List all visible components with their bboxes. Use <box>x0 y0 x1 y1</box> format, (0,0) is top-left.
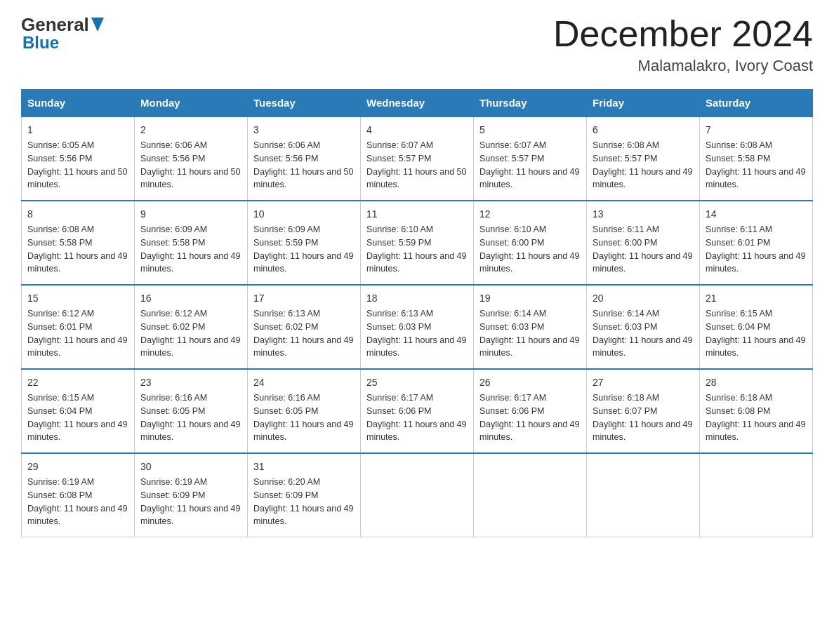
sunrise-text: Sunrise: 6:13 AM <box>253 309 320 318</box>
sunset-text: Sunset: 6:09 PM <box>253 490 318 500</box>
day-number: 2 <box>140 123 241 137</box>
sunset-text: Sunset: 5:56 PM <box>140 154 205 163</box>
calendar-day-cell: 4 Sunrise: 6:07 AM Sunset: 5:57 PM Dayli… <box>361 116 474 201</box>
daylight-text: Daylight: 11 hours and 49 minutes. <box>593 335 692 358</box>
calendar-week-row: 8 Sunrise: 6:08 AM Sunset: 5:58 PM Dayli… <box>22 201 813 285</box>
sunrise-text: Sunrise: 6:20 AM <box>253 477 320 487</box>
daylight-text: Daylight: 11 hours and 49 minutes. <box>593 420 692 443</box>
logo: General Blue <box>21 14 104 53</box>
day-number: 1 <box>27 123 128 137</box>
sunrise-text: Sunrise: 6:11 AM <box>706 224 772 234</box>
calendar-day-cell: 23 Sunrise: 6:16 AM Sunset: 6:05 PM Dayl… <box>135 369 248 453</box>
calendar-day-cell: 9 Sunrise: 6:09 AM Sunset: 5:58 PM Dayli… <box>135 201 248 285</box>
day-number: 19 <box>479 291 581 306</box>
col-thursday: Thursday <box>474 90 587 117</box>
sunrise-text: Sunrise: 6:08 AM <box>27 224 94 234</box>
day-number: 27 <box>593 375 694 390</box>
day-number: 3 <box>253 123 355 137</box>
day-number: 11 <box>366 207 468 222</box>
calendar-day-cell: 2 Sunrise: 6:06 AM Sunset: 5:56 PM Dayli… <box>135 116 248 201</box>
calendar-title-area: December 2024 Malamalakro, Ivory Coast <box>553 14 813 75</box>
sunset-text: Sunset: 6:09 PM <box>140 490 205 500</box>
sunset-text: Sunset: 6:04 PM <box>706 322 770 332</box>
calendar-day-cell: 21 Sunrise: 6:15 AM Sunset: 6:04 PM Dayl… <box>700 285 813 369</box>
sunset-text: Sunset: 6:00 PM <box>479 238 544 248</box>
sunrise-text: Sunrise: 6:11 AM <box>593 224 659 234</box>
sunset-text: Sunset: 6:08 PM <box>706 406 770 416</box>
day-number: 8 <box>27 207 128 222</box>
daylight-text: Daylight: 11 hours and 49 minutes. <box>366 420 466 443</box>
daylight-text: Daylight: 11 hours and 49 minutes. <box>706 167 805 190</box>
sunrise-text: Sunrise: 6:16 AM <box>140 393 207 403</box>
daylight-text: Daylight: 11 hours and 50 minutes. <box>27 167 127 190</box>
day-number: 23 <box>140 375 241 390</box>
day-number: 25 <box>366 375 468 390</box>
calendar-day-cell: 1 Sunrise: 6:05 AM Sunset: 5:56 PM Dayli… <box>22 116 135 201</box>
sunset-text: Sunset: 6:02 PM <box>140 322 205 332</box>
sunrise-text: Sunrise: 6:17 AM <box>479 393 546 403</box>
sunset-text: Sunset: 6:03 PM <box>366 322 431 332</box>
daylight-text: Daylight: 11 hours and 49 minutes. <box>140 251 240 274</box>
sunset-text: Sunset: 5:56 PM <box>27 154 92 163</box>
sunrise-text: Sunrise: 6:07 AM <box>366 140 433 150</box>
calendar-day-cell: 10 Sunrise: 6:09 AM Sunset: 5:59 PM Dayl… <box>248 201 361 285</box>
calendar-day-cell <box>361 453 474 537</box>
daylight-text: Daylight: 11 hours and 50 minutes. <box>253 167 353 190</box>
calendar-day-cell: 12 Sunrise: 6:10 AM Sunset: 6:00 PM Dayl… <box>474 201 587 285</box>
sunset-text: Sunset: 6:04 PM <box>27 406 92 416</box>
sunset-text: Sunset: 6:07 PM <box>593 406 657 416</box>
calendar-day-cell: 5 Sunrise: 6:07 AM Sunset: 5:57 PM Dayli… <box>474 116 587 201</box>
day-number: 6 <box>593 123 694 137</box>
col-saturday: Saturday <box>700 90 813 117</box>
day-number: 31 <box>253 459 355 474</box>
col-tuesday: Tuesday <box>248 90 361 117</box>
daylight-text: Daylight: 11 hours and 49 minutes. <box>253 504 353 527</box>
calendar-week-row: 22 Sunrise: 6:15 AM Sunset: 6:04 PM Dayl… <box>22 369 813 453</box>
calendar-day-cell: 28 Sunrise: 6:18 AM Sunset: 6:08 PM Dayl… <box>700 369 813 453</box>
sunrise-text: Sunrise: 6:12 AM <box>27 309 94 318</box>
sunset-text: Sunset: 5:57 PM <box>366 154 431 163</box>
day-number: 17 <box>253 291 355 306</box>
sunset-text: Sunset: 5:58 PM <box>706 154 770 163</box>
daylight-text: Daylight: 11 hours and 50 minutes. <box>140 167 240 190</box>
daylight-text: Daylight: 11 hours and 49 minutes. <box>479 251 579 274</box>
calendar-day-cell: 16 Sunrise: 6:12 AM Sunset: 6:02 PM Dayl… <box>135 285 248 369</box>
day-number: 16 <box>140 291 241 306</box>
day-number: 5 <box>479 123 581 137</box>
sunset-text: Sunset: 5:57 PM <box>593 154 657 163</box>
logo-arrow-icon <box>91 18 104 34</box>
calendar-day-cell: 7 Sunrise: 6:08 AM Sunset: 5:58 PM Dayli… <box>700 116 813 201</box>
sunset-text: Sunset: 6:03 PM <box>593 322 657 332</box>
calendar-day-cell <box>587 453 700 537</box>
calendar-week-row: 1 Sunrise: 6:05 AM Sunset: 5:56 PM Dayli… <box>22 116 813 201</box>
calendar-day-cell: 13 Sunrise: 6:11 AM Sunset: 6:00 PM Dayl… <box>587 201 700 285</box>
calendar-day-cell: 31 Sunrise: 6:20 AM Sunset: 6:09 PM Dayl… <box>248 453 361 537</box>
daylight-text: Daylight: 11 hours and 49 minutes. <box>27 335 127 358</box>
daylight-text: Daylight: 11 hours and 49 minutes. <box>479 420 579 443</box>
daylight-text: Daylight: 11 hours and 49 minutes. <box>140 420 240 443</box>
sunrise-text: Sunrise: 6:15 AM <box>27 393 94 403</box>
col-sunday: Sunday <box>22 90 135 117</box>
sunrise-text: Sunrise: 6:19 AM <box>27 477 94 487</box>
sunrise-text: Sunrise: 6:10 AM <box>366 224 433 234</box>
calendar-day-cell: 14 Sunrise: 6:11 AM Sunset: 6:01 PM Dayl… <box>700 201 813 285</box>
day-number: 10 <box>253 207 355 222</box>
day-number: 28 <box>706 375 807 390</box>
sunset-text: Sunset: 5:59 PM <box>253 238 318 248</box>
calendar-day-cell: 6 Sunrise: 6:08 AM Sunset: 5:57 PM Dayli… <box>587 116 700 201</box>
daylight-text: Daylight: 11 hours and 49 minutes. <box>140 504 240 527</box>
calendar-day-cell: 15 Sunrise: 6:12 AM Sunset: 6:01 PM Dayl… <box>22 285 135 369</box>
daylight-text: Daylight: 11 hours and 49 minutes. <box>479 335 579 358</box>
sunset-text: Sunset: 6:02 PM <box>253 322 318 332</box>
daylight-text: Daylight: 11 hours and 49 minutes. <box>253 420 353 443</box>
daylight-text: Daylight: 11 hours and 49 minutes. <box>253 251 353 274</box>
sunrise-text: Sunrise: 6:18 AM <box>706 393 772 403</box>
sunset-text: Sunset: 5:59 PM <box>366 238 431 248</box>
sunset-text: Sunset: 6:01 PM <box>706 238 770 248</box>
sunset-text: Sunset: 6:03 PM <box>479 322 544 332</box>
calendar-day-cell: 24 Sunrise: 6:16 AM Sunset: 6:05 PM Dayl… <box>248 369 361 453</box>
sunrise-text: Sunrise: 6:18 AM <box>593 393 659 403</box>
sunrise-text: Sunrise: 6:17 AM <box>366 393 433 403</box>
day-number: 20 <box>593 291 694 306</box>
sunrise-text: Sunrise: 6:14 AM <box>479 309 546 318</box>
